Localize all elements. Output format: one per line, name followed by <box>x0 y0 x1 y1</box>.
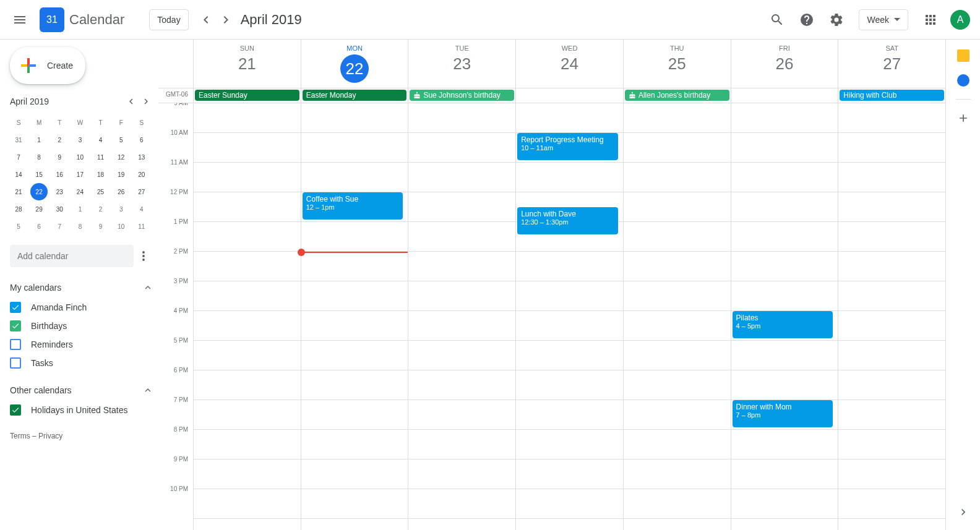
mini-day-cell[interactable]: 13 <box>133 148 150 166</box>
day-column[interactable] <box>408 103 515 530</box>
mini-day-cell[interactable]: 12 <box>113 148 130 166</box>
day-column[interactable]: Coffee with Sue12 – 1pm <box>301 103 408 530</box>
mini-day-cell[interactable]: 3 <box>71 131 88 148</box>
mini-day-cell[interactable]: 21 <box>10 183 27 200</box>
mini-day-cell[interactable]: 24 <box>71 183 88 200</box>
add-calendar-input[interactable] <box>10 245 134 267</box>
calendar-event[interactable]: Lunch with Dave12:30 – 1:30pm <box>517 207 618 234</box>
mini-day-cell[interactable]: 7 <box>10 148 27 166</box>
checkbox[interactable] <box>10 320 21 331</box>
avatar[interactable]: A <box>950 10 970 30</box>
checkbox[interactable] <box>10 339 21 350</box>
allday-cell[interactable] <box>731 88 838 103</box>
mini-day-cell[interactable]: 2 <box>51 131 68 148</box>
allday-cell[interactable]: Hiking with Club <box>838 88 945 103</box>
gear-icon[interactable] <box>822 5 851 35</box>
mini-next-icon[interactable] <box>139 94 153 109</box>
view-selector[interactable]: Week <box>859 9 908 30</box>
mini-day-cell[interactable]: 6 <box>30 218 48 235</box>
mini-day-cell[interactable]: 27 <box>133 183 150 200</box>
mini-day-cell[interactable]: 6 <box>133 131 150 148</box>
privacy-link[interactable]: Privacy <box>38 432 62 440</box>
allday-cell[interactable]: Allen Jones's birthday <box>623 88 731 103</box>
allday-cell[interactable]: Sue Johnson's birthday <box>408 88 515 103</box>
terms-link[interactable]: Terms <box>10 432 30 440</box>
allday-event[interactable]: Hiking with Club <box>840 90 944 101</box>
day-header[interactable]: SAT27 <box>838 40 945 88</box>
mini-day-cell[interactable]: 29 <box>30 200 48 218</box>
mini-day-cell[interactable]: 26 <box>113 183 130 200</box>
menu-icon[interactable] <box>5 5 35 35</box>
mini-day-cell[interactable]: 30 <box>51 200 68 218</box>
day-header[interactable]: FRI26 <box>731 40 838 88</box>
allday-event[interactable]: Easter Monday <box>303 90 407 101</box>
day-column[interactable] <box>838 103 945 530</box>
day-header[interactable]: WED24 <box>515 40 623 88</box>
allday-cell[interactable]: Easter Monday <box>301 88 408 103</box>
week-body[interactable]: 9 AM10 AM11 AM12 PM1 PM2 PM3 PM4 PM5 PM6… <box>158 103 945 530</box>
calendar-item[interactable]: Reminders <box>10 335 153 354</box>
my-calendars-toggle[interactable]: My calendars <box>10 277 153 298</box>
tasks-icon[interactable] <box>957 74 969 87</box>
mini-day-cell[interactable]: 20 <box>133 166 150 183</box>
mini-day-cell[interactable]: 5 <box>113 131 130 148</box>
calendar-event[interactable]: Report Progress Meeting10 – 11am <box>517 133 618 160</box>
allday-cell[interactable]: Easter Sunday <box>193 88 301 103</box>
mini-day-cell[interactable]: 2 <box>92 200 110 218</box>
calendar-event[interactable]: Pilates4 – 5pm <box>733 311 833 338</box>
next-week-icon[interactable] <box>216 10 236 30</box>
mini-day-cell[interactable]: 18 <box>92 166 110 183</box>
mini-day-cell[interactable]: 22 <box>30 183 48 200</box>
day-column[interactable]: Pilates4 – 5pmDinner with Mom7 – 8pm <box>731 103 838 530</box>
mini-day-cell[interactable]: 3 <box>113 200 130 218</box>
other-calendars-toggle[interactable]: Other calendars <box>10 380 153 401</box>
checkbox[interactable] <box>10 404 21 416</box>
create-button[interactable]: Create <box>10 47 85 84</box>
mini-day-cell[interactable]: 4 <box>133 200 150 218</box>
calendar-event[interactable]: Dinner with Mom7 – 8pm <box>733 400 833 427</box>
keep-icon[interactable] <box>957 49 969 62</box>
calendar-item[interactable]: Holidays in United States <box>10 401 153 419</box>
apps-icon[interactable] <box>916 5 945 35</box>
allday-event[interactable]: Sue Johnson's birthday <box>410 90 514 101</box>
logo[interactable]: 31 Calendar <box>35 7 124 32</box>
calendar-item[interactable]: Birthdays <box>10 317 153 335</box>
mini-day-cell[interactable]: 23 <box>51 183 68 200</box>
mini-day-cell[interactable]: 9 <box>92 218 110 235</box>
prev-week-icon[interactable] <box>196 10 216 30</box>
mini-day-cell[interactable]: 10 <box>71 148 88 166</box>
collapse-panel-icon[interactable] <box>957 506 969 520</box>
day-header[interactable]: TUE23 <box>408 40 515 88</box>
calendar-event[interactable]: Coffee with Sue12 – 1pm <box>303 192 403 220</box>
mini-day-cell[interactable]: 16 <box>51 166 68 183</box>
mini-day-cell[interactable]: 4 <box>92 131 110 148</box>
mini-day-cell[interactable]: 1 <box>71 200 88 218</box>
mini-day-cell[interactable]: 8 <box>30 148 48 166</box>
today-button[interactable]: Today <box>149 9 188 30</box>
mini-day-cell[interactable]: 10 <box>113 218 130 235</box>
mini-day-cell[interactable]: 28 <box>10 200 27 218</box>
search-icon[interactable] <box>762 5 792 35</box>
day-header[interactable]: THU25 <box>623 40 731 88</box>
mini-day-cell[interactable]: 19 <box>113 166 130 183</box>
mini-day-cell[interactable]: 15 <box>30 166 48 183</box>
mini-day-cell[interactable]: 8 <box>71 218 88 235</box>
allday-event[interactable]: Easter Sunday <box>195 90 299 101</box>
checkbox[interactable] <box>10 357 21 369</box>
calendar-item[interactable]: Amanda Finch <box>10 298 153 317</box>
mini-day-cell[interactable]: 9 <box>51 148 68 166</box>
allday-event[interactable]: Allen Jones's birthday <box>625 90 729 101</box>
mini-day-cell[interactable]: 11 <box>92 148 110 166</box>
mini-day-cell[interactable]: 31 <box>10 131 27 148</box>
day-column[interactable] <box>623 103 731 530</box>
mini-day-cell[interactable]: 7 <box>51 218 68 235</box>
allday-cell[interactable] <box>515 88 623 103</box>
day-column[interactable]: Report Progress Meeting10 – 11amLunch wi… <box>515 103 623 530</box>
day-column[interactable] <box>193 103 301 530</box>
mini-day-cell[interactable]: 25 <box>92 183 110 200</box>
mini-prev-icon[interactable] <box>124 94 139 109</box>
mini-day-cell[interactable]: 14 <box>10 166 27 183</box>
mini-day-cell[interactable]: 11 <box>133 218 150 235</box>
mini-day-cell[interactable]: 17 <box>71 166 88 183</box>
more-icon[interactable] <box>134 246 153 266</box>
